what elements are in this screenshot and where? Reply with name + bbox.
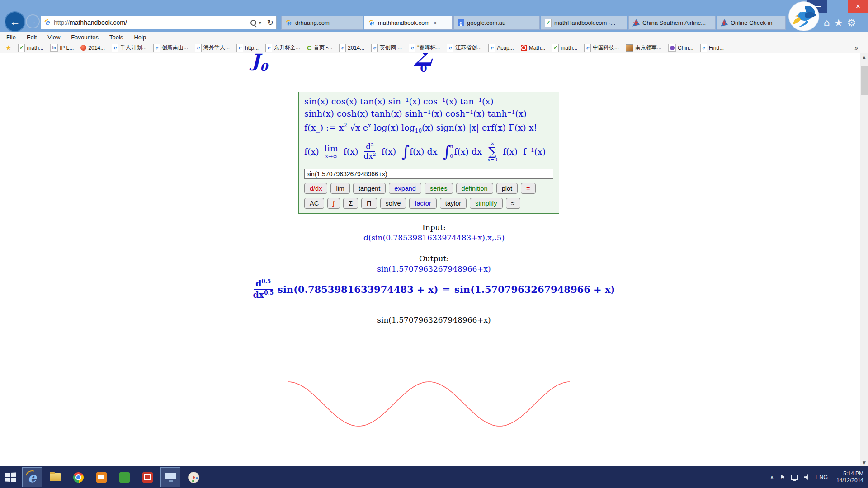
tab-drhuang-com[interactable]: edrhuang.com bbox=[281, 16, 363, 30]
favorites-star-icon[interactable]: ★ bbox=[834, 16, 843, 30]
tab-close-icon[interactable]: × bbox=[433, 19, 437, 27]
menu-view[interactable]: View bbox=[47, 34, 60, 41]
favorite-item[interactable]: 南京领军... bbox=[626, 44, 661, 52]
favorite-item[interactable]: 2014... bbox=[80, 45, 105, 51]
tray-chevron-icon[interactable]: ∧ bbox=[770, 474, 774, 481]
network-icon[interactable] bbox=[791, 475, 798, 480]
menu-bar: FileEditViewFavouritesToolsHelp bbox=[0, 32, 868, 42]
explorer-icon bbox=[50, 473, 61, 481]
favorite-item[interactable]: e2014... bbox=[339, 44, 364, 52]
favorite-label: Math... bbox=[529, 45, 546, 51]
language-indicator[interactable]: ENG bbox=[816, 474, 828, 480]
menu-help[interactable]: Help bbox=[134, 34, 146, 41]
panel-button--[interactable]: ∫ bbox=[327, 198, 340, 209]
ie-doc-icon: e bbox=[409, 44, 415, 52]
favorite-item[interactable]: ✓math... bbox=[552, 44, 577, 52]
menu-tools[interactable]: Tools bbox=[109, 34, 123, 41]
search-icon[interactable] bbox=[250, 20, 256, 26]
taskbar-red-app[interactable] bbox=[137, 467, 157, 487]
taskbar-mail-app[interactable] bbox=[91, 467, 111, 487]
taskbar-file-explorer[interactable] bbox=[45, 467, 65, 487]
favorites-bar-star-icon[interactable]: ★ bbox=[5, 44, 11, 52]
panel-button--[interactable]: Σ bbox=[343, 198, 358, 209]
favorite-label: Chin... bbox=[678, 45, 693, 51]
favorite-item[interactable]: e创新南山... bbox=[153, 44, 188, 52]
panel-button--[interactable]: ≈ bbox=[506, 198, 520, 209]
vertical-scrollbar[interactable]: ▲ ▼ bbox=[860, 53, 868, 466]
panel-button-expand[interactable]: expand bbox=[389, 183, 421, 194]
speaker-icon[interactable] bbox=[804, 474, 810, 480]
panel-button-simplify[interactable]: simplify bbox=[470, 198, 502, 209]
menu-favourites[interactable]: Favourites bbox=[71, 34, 99, 41]
bird-logo bbox=[788, 1, 819, 31]
start-button[interactable] bbox=[5, 472, 16, 482]
search-caret-icon[interactable]: ▾ bbox=[259, 20, 261, 25]
restore-button[interactable] bbox=[829, 0, 847, 13]
favorite-item[interactable]: Chin... bbox=[668, 44, 693, 52]
panel-button--[interactable]: = bbox=[521, 183, 535, 194]
forward-button[interactable]: → bbox=[26, 14, 40, 28]
taskbar-paint-app[interactable] bbox=[184, 467, 203, 487]
panel-button-factor[interactable]: factor bbox=[409, 198, 436, 209]
tab-mathhandbook-com[interactable]: emathhandbook.com× bbox=[364, 16, 453, 30]
favorite-item[interactable]: eAcup... bbox=[488, 44, 514, 52]
back-button[interactable]: ← bbox=[5, 11, 25, 32]
favorite-label: 英创网 ... bbox=[380, 44, 402, 52]
taskbar-green-app[interactable] bbox=[114, 467, 134, 487]
tray-flag-icon[interactable]: ⚑ bbox=[780, 474, 785, 481]
favorite-item[interactable]: e英创网 ... bbox=[371, 44, 402, 52]
system-tray: ∧ ⚑ ENG 5:14 PM14/12/2014 bbox=[770, 470, 863, 484]
favorite-item[interactable]: e“春晖杯... bbox=[409, 44, 440, 52]
scrollbar-thumb[interactable] bbox=[861, 66, 868, 95]
taskbar-ie[interactable]: e bbox=[22, 467, 42, 487]
function-plot bbox=[271, 329, 588, 465]
refresh-icon[interactable]: ↻ bbox=[267, 18, 274, 28]
partial-bessel-formula: J0 bbox=[251, 53, 268, 74]
home-icon[interactable]: ⌂ bbox=[824, 16, 830, 30]
menu-edit[interactable]: Edit bbox=[27, 34, 37, 41]
red-app-icon bbox=[142, 472, 153, 483]
favorite-item[interactable]: e中国科技... bbox=[584, 44, 619, 52]
scroll-up-arrow[interactable]: ▲ bbox=[860, 53, 868, 61]
favorite-item[interactable]: ✓math... bbox=[18, 44, 43, 52]
favorite-item[interactable]: C首页 -... bbox=[307, 44, 332, 52]
panel-button-definition[interactable]: definition bbox=[456, 183, 493, 194]
favorite-item[interactable]: eFind... bbox=[700, 44, 724, 52]
ie-doc-icon: e bbox=[236, 44, 243, 52]
plain-expression: sin(1.5707963267948966+x) bbox=[0, 315, 868, 324]
panel-button-d-dx[interactable]: d/dx bbox=[304, 183, 327, 194]
clock[interactable]: 5:14 PM14/12/2014 bbox=[836, 470, 863, 484]
expression-input[interactable] bbox=[304, 169, 553, 179]
address-bar[interactable]: e http://mathhandbook.com/ ▾ ↻ bbox=[41, 16, 277, 29]
favorite-item[interactable]: inIP L... bbox=[50, 44, 74, 52]
scroll-down-arrow[interactable]: ▼ bbox=[860, 459, 868, 466]
panel-button-ac[interactable]: AC bbox=[304, 198, 324, 209]
favorites-overflow-chevron[interactable]: » bbox=[854, 44, 858, 52]
favorite-item[interactable]: ehttp... bbox=[236, 44, 259, 52]
panel-button-taylor[interactable]: taylor bbox=[440, 198, 467, 209]
close-button[interactable]: × bbox=[848, 0, 868, 13]
taskbar-chrome[interactable] bbox=[68, 467, 88, 487]
tab-china-southern-airline-[interactable]: China Southern Airline... bbox=[628, 16, 716, 30]
panel-button-lim[interactable]: lim bbox=[330, 183, 350, 194]
favorite-item[interactable]: e海外学人... bbox=[195, 44, 230, 52]
doc-check-icon: ✓ bbox=[552, 44, 559, 52]
panel-button-plot[interactable]: plot bbox=[496, 183, 518, 194]
panel-button-series[interactable]: series bbox=[425, 183, 453, 194]
favorite-item[interactable]: e东升杯全... bbox=[265, 44, 300, 52]
tab-mathhandbook-com-[interactable]: ✓mathHandbook.com -... bbox=[541, 16, 627, 30]
input-label: Input: bbox=[0, 223, 868, 232]
settings-gear-icon[interactable]: ⚙ bbox=[847, 16, 856, 30]
page-content: J0 ∑ 0 sin(x) cos(x) tan(x) sin⁻¹(x) cos… bbox=[0, 53, 868, 466]
tab-google-com-au[interactable]: ggoogle.com.au bbox=[453, 16, 540, 30]
favorite-item[interactable]: e千人计划... bbox=[112, 44, 146, 52]
panel-button-solve[interactable]: solve bbox=[380, 198, 406, 209]
menu-file[interactable]: File bbox=[6, 34, 16, 41]
tab-online-check-in[interactable]: Online Check-in bbox=[717, 16, 786, 30]
panel-button--[interactable]: Π bbox=[361, 198, 377, 209]
panel-button-tangent[interactable]: tangent bbox=[353, 183, 386, 194]
favorite-item[interactable]: Math... bbox=[521, 45, 546, 51]
taskbar-presenter-app[interactable] bbox=[160, 467, 180, 487]
tab-label: mathhandbook.com bbox=[378, 19, 429, 26]
favorite-item[interactable]: e江苏省创... bbox=[447, 44, 481, 52]
